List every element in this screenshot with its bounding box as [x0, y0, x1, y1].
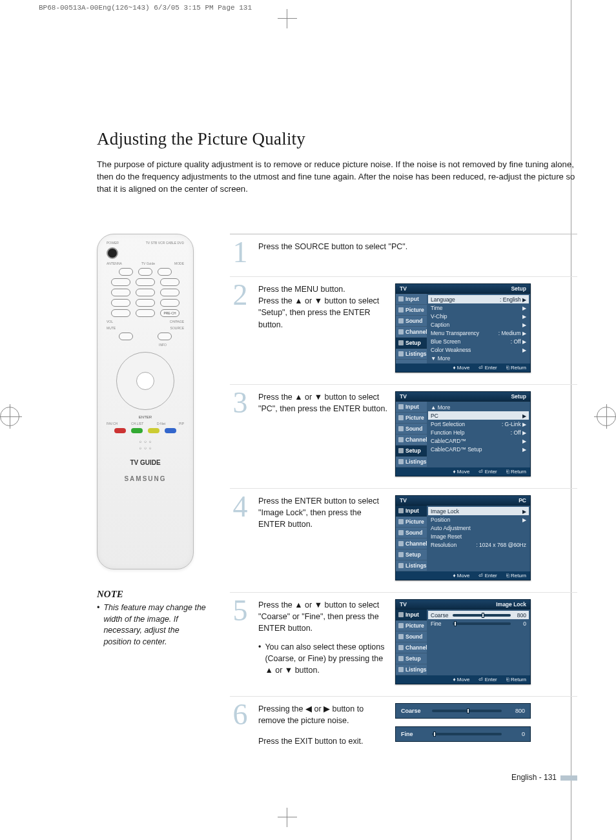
intro-paragraph: The purpose of picture quality adjustmen…: [97, 158, 577, 195]
tv-guide-logo: TV GUIDE: [130, 459, 160, 466]
crop-mark-icon: [278, 808, 297, 827]
page-tab-icon: [560, 775, 577, 781]
osd-setup-menu-pc: TVSetupInputPictureSoundChannelSetupList…: [395, 391, 531, 476]
brand-logo: SAMSUNG: [124, 475, 166, 482]
power-icon: [107, 247, 118, 259]
osd-pc-menu: TVPCInputPictureSoundChannelSetupListing…: [395, 495, 531, 580]
step-4: 4 Press the ENTER button to select "Imag…: [230, 489, 577, 593]
adjust-bar: Fine0: [395, 726, 531, 742]
page-footer: English - 131: [511, 773, 577, 782]
step-2: 2 Press the MENU button. Press the ▲ or …: [230, 277, 577, 385]
step-5: 5 Press the ▲ or ▼ button to select "Coa…: [230, 593, 577, 697]
note-body: This feature may change the width of the…: [97, 602, 207, 648]
step-number: 6: [230, 703, 251, 727]
registration-mark-icon: [0, 407, 19, 426]
note-heading: NOTE: [97, 589, 207, 600]
step-number: 2: [230, 283, 251, 307]
osd-image-lock: TVImage LockInputPictureSoundChannelSetu…: [395, 599, 531, 684]
remote-control-illustration: POWERTV STB VCR CABLE DVD ANTENNATV Guid…: [97, 234, 194, 569]
step-6: 6 Pressing the ◀ or ▶ button to remove t…: [230, 697, 577, 759]
osd-setup-menu: TVSetupInputPictureSoundChannelSetupList…: [395, 283, 531, 373]
step-number: 5: [230, 599, 251, 623]
adjust-bar: Coarse800: [395, 703, 531, 719]
registration-mark-icon: [597, 407, 616, 426]
step-number: 3: [230, 391, 251, 415]
step-number: 4: [230, 495, 251, 519]
crop-mark-icon: [278, 9, 297, 28]
page-title: Adjusting the Picture Quality: [97, 129, 577, 149]
step-1: 1 Press the SOURCE button to select "PC"…: [230, 234, 577, 277]
step-number: 1: [230, 241, 251, 265]
print-job-header: BP68-00513A-00Eng(126~143) 6/3/05 3:15 P…: [39, 4, 252, 12]
step-3: 3 Press the ▲ or ▼ button to select "PC"…: [230, 385, 577, 489]
dpad-icon: [116, 352, 174, 410]
